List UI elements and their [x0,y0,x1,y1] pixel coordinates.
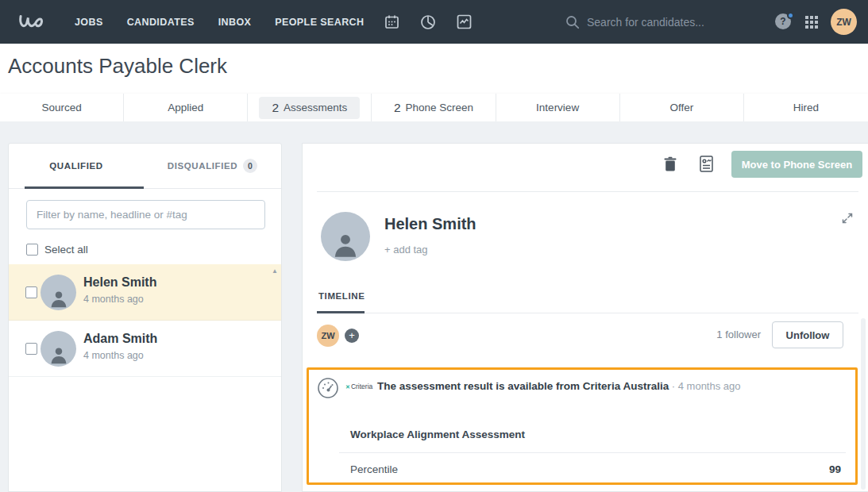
search-input[interactable] [587,16,762,29]
detail-scrollbar[interactable] [861,318,866,490]
tab-qualified[interactable]: QUALIFIED [9,144,144,188]
percentile-label: Percentile [350,463,398,475]
top-navbar: JOBS CANDIDATES INBOX PEOPLE SEARCH [0,0,868,44]
candidate-detail-panel: Move to Phone Screen Helen Smith + add t… [302,143,868,492]
global-search [565,0,762,44]
gauge-icon [317,377,339,399]
candidate-checkbox[interactable] [25,286,37,298]
assessment-divider [339,452,846,453]
user-avatar[interactable]: ZW [831,9,857,35]
candidate-row-adam[interactable]: Adam Smith 4 months ago [9,321,281,377]
nav-candidates[interactable]: CANDIDATES [127,17,195,28]
timeline-active-underline [317,311,365,313]
stage-sourced[interactable]: Sourced [0,94,124,121]
select-all: Select all [26,244,88,256]
person-icon [329,228,362,261]
candidate-name: Helen Smith [384,215,476,233]
candidate-list: Helen Smith 4 months ago Adam Smith 4 mo… [9,264,281,491]
active-tab-underline [25,186,144,189]
page-title: Accounts Payable Clerk [8,54,227,79]
search-icon [565,15,580,29]
nav-people-search[interactable]: PEOPLE SEARCH [275,17,364,28]
candidate-avatar [41,275,76,310]
calendar-icon[interactable] [384,14,399,29]
assessment-event-card: ✕ Criteria The assessment result is avai… [307,367,858,485]
tab-timeline[interactable]: TIMELINE [318,291,365,301]
help-button[interactable]: ? [775,13,793,31]
list-tabs: QUALIFIED DISQUALIFIED 0 [9,144,281,189]
add-follower-icon[interactable]: + [345,329,359,343]
criteria-logo-mark-icon: ✕ [345,384,350,390]
criteria-logo: ✕ Criteria [345,382,372,390]
follower-avatar[interactable]: ZW [317,325,339,347]
report-chart-icon[interactable] [457,14,472,29]
tab-disqualified[interactable]: DISQUALIFIED 0 [144,144,281,188]
assessment-name: Workplace Alignment Assessment [350,429,525,440]
disqualified-count-badge: 0 [243,159,257,173]
list-scroll-up-arrow[interactable]: ▲ [272,267,278,275]
person-icon [47,343,71,367]
unfollow-button[interactable]: Unfollow [772,321,843,348]
pie-chart-icon[interactable] [420,14,436,30]
header-divider [317,191,858,192]
candidate-row-helen[interactable]: Helen Smith 4 months ago [9,264,281,321]
stage-hired[interactable]: Hired [744,94,868,121]
main-menu: JOBS CANDIDATES INBOX PEOPLE SEARCH [75,17,364,28]
stage-assessments[interactable]: 2 Assessments [248,94,372,121]
select-all-checkbox[interactable] [26,244,38,256]
stage-applied[interactable]: Applied [124,94,248,121]
event-timestamp: · 4 months ago [669,380,740,392]
filter-input[interactable] [26,200,265,229]
move-to-phone-screen-button[interactable]: Move to Phone Screen [731,151,862,178]
event-title: The assessment result is available from … [377,380,838,392]
pipeline-stage-bar: Sourced Applied 2 Assessments 2 Phone Sc… [0,94,868,121]
person-icon [47,286,71,310]
delete-candidate-icon[interactable] [663,156,677,172]
expand-icon[interactable] [841,212,854,225]
percentile-value: 99 [829,463,841,475]
app-window: JOBS CANDIDATES INBOX PEOPLE SEARCH [0,0,868,492]
candidate-checkbox[interactable] [25,343,37,355]
nav-icon-group [384,14,472,30]
nav-right-group: ? ZW [775,0,857,44]
follower-count: 1 follower [716,329,761,340]
apps-grid-icon[interactable] [805,16,818,29]
stage-interview[interactable]: Interview [496,94,620,121]
timeline-divider [317,313,858,313]
candidate-list-panel: QUALIFIED DISQUALIFIED 0 Select all [8,143,282,492]
nav-inbox[interactable]: INBOX [218,17,252,28]
nav-jobs[interactable]: JOBS [75,17,103,28]
candidate-avatar [41,331,76,367]
stage-phone-screen[interactable]: 2 Phone Screen [372,94,496,121]
stage-offer[interactable]: Offer [620,94,744,121]
workable-logo-icon[interactable] [17,11,48,33]
candidate-card-icon[interactable] [700,156,713,172]
notification-dot [787,12,794,19]
profile-avatar [321,212,370,261]
add-tag-link[interactable]: + add tag [384,244,428,256]
